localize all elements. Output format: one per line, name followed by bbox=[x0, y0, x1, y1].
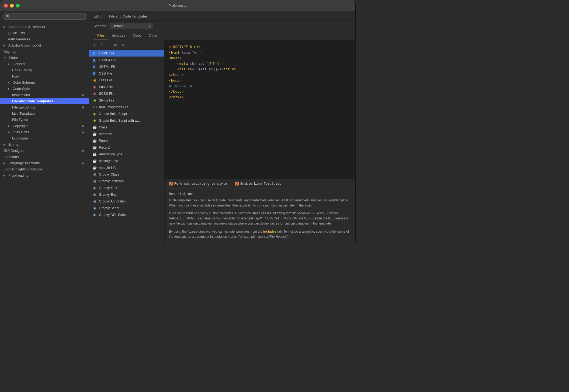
file-item-label: Groovy Interface bbox=[99, 179, 124, 183]
code-line: </html> bbox=[169, 95, 351, 100]
sidebar-item-code-style[interactable]: ▶Code Style bbox=[0, 86, 89, 92]
sidebar-item-inspections[interactable]: Inspections ▣ bbox=[0, 92, 89, 98]
file-item-record[interactable]: ☕ Record bbox=[89, 144, 164, 151]
description-body: In file templates, you can use text, cod… bbox=[169, 198, 351, 239]
file-item-label: Groovy Enum bbox=[99, 193, 119, 197]
file-item-label: XHTML File bbox=[99, 65, 117, 69]
sidebar-item-emmet[interactable]: ▶Emmet bbox=[0, 141, 89, 148]
file-item-css-file[interactable]: ◧ CSS File bbox=[89, 70, 164, 77]
file-item-package-info[interactable]: ☕ package-info bbox=[89, 158, 164, 164]
sidebar-item-code-editing[interactable]: Code Editing bbox=[0, 67, 89, 73]
file-item-groovy-annotation[interactable]: ◉ Groovy Annotation bbox=[89, 198, 164, 205]
sidebar-item-file-and-code-templates[interactable]: File and Code Templates bbox=[0, 98, 89, 104]
file-item-html-file[interactable]: ◧ HTML File bbox=[89, 50, 164, 57]
file-item-class[interactable]: ☕ Class bbox=[89, 124, 164, 131]
close-button[interactable] bbox=[4, 4, 8, 8]
minimize-button[interactable] bbox=[10, 4, 14, 8]
add-template-button[interactable]: + bbox=[92, 42, 97, 48]
file-item-interface[interactable]: ☕ Interface bbox=[89, 131, 164, 137]
sidebar-item-language-injections[interactable]: ▶Language Injections ▣ bbox=[0, 160, 89, 166]
tab-files[interactable]: Files bbox=[93, 31, 108, 40]
scheme-select[interactable]: Default Project bbox=[110, 23, 153, 29]
sidebar-item-gui-designer[interactable]: GUI Designer ▣ bbox=[0, 148, 89, 154]
sidebar-item-proofreading[interactable]: ▶Proofreading bbox=[0, 172, 89, 178]
search-input[interactable] bbox=[4, 13, 86, 20]
sidebar-item-file-encodings[interactable]: File Encodings ▣ bbox=[0, 104, 89, 110]
sidebar-item-duplicates[interactable]: Duplicates bbox=[0, 135, 89, 141]
record-icon: ☕ bbox=[92, 145, 97, 149]
sidebar-item-file-types[interactable]: File Types bbox=[0, 117, 89, 123]
sidebar-item-intentions[interactable]: Intentions bbox=[0, 154, 89, 160]
file-item-html4-file[interactable]: ◧ HTML4 File bbox=[89, 57, 164, 63]
file-item-groovy-enum[interactable]: ◉ Groovy Enum bbox=[89, 191, 164, 198]
file-item-label: Enum bbox=[99, 139, 108, 143]
sidebar-item-alibaba[interactable]: ▶Alibaba Cloud Toolkit bbox=[0, 42, 89, 48]
file-item-label: XML Properties File bbox=[99, 105, 128, 109]
file-item-groovy-dsl[interactable]: ◉ Groovy DSL Script bbox=[89, 211, 164, 218]
reformat-checkbox[interactable] bbox=[169, 182, 173, 186]
file-item-groovy-script[interactable]: ◉ Groovy Script bbox=[89, 205, 164, 211]
sidebar-item-copyright[interactable]: ▶Copyright ▣ bbox=[0, 123, 89, 129]
search-bar[interactable] bbox=[0, 11, 89, 22]
file-item-module-info[interactable]: ☕ module-info bbox=[89, 164, 164, 171]
live-templates-checkbox-label[interactable]: Enable Live Templates bbox=[235, 182, 281, 186]
scheme-label: Scheme: bbox=[93, 24, 107, 28]
sidebar-item-inlay-hints[interactable]: ▶Inlay Hints ▣ bbox=[0, 129, 89, 135]
tabs-row: Files Includes Code Other bbox=[89, 31, 355, 40]
sidebar-content: ▶Appearance & Behavior Quick Lists Path … bbox=[0, 22, 89, 245]
maximize-button[interactable] bbox=[16, 4, 20, 8]
add-child-button[interactable]: ⁺ bbox=[99, 42, 104, 48]
file-item-less-file[interactable]: ◉ Less File bbox=[89, 77, 164, 83]
file-item-annotation-type[interactable]: ☕ AnnotationType bbox=[89, 151, 164, 158]
sidebar-item-live-templates[interactable]: Live Templates bbox=[0, 110, 89, 117]
file-item-gradle-build-with[interactable]: ◉ Gradle Build Script with w... bbox=[89, 117, 164, 124]
file-item-groovy-trait[interactable]: ◉ Groovy Trait bbox=[89, 184, 164, 191]
less-file-icon: ◉ bbox=[92, 78, 97, 82]
xhtml-file-icon: ◧ bbox=[92, 65, 97, 69]
sidebar: ▶Appearance & Behavior Quick Lists Path … bbox=[0, 11, 89, 245]
code-line: </body> bbox=[169, 89, 351, 95]
file-item-sass-file[interactable]: ◉ Sass File bbox=[89, 83, 164, 90]
live-templates-checkbox[interactable] bbox=[235, 182, 239, 186]
live-templates-label: Enable Live Templates bbox=[240, 182, 281, 186]
file-item-scss-file[interactable]: ◉ SCSS File bbox=[89, 90, 164, 97]
description-panel: Description: In file templates, you can … bbox=[165, 188, 355, 245]
stylus-file-icon: ◉ bbox=[92, 98, 97, 102]
file-item-stylus-file[interactable]: ◉ Stylus File bbox=[89, 97, 164, 104]
description-title: Description: bbox=[169, 192, 351, 196]
tab-code[interactable]: Code bbox=[129, 31, 145, 40]
file-item-label: Groovy Annotation bbox=[99, 200, 127, 203]
sidebar-item-quick-lists[interactable]: Quick Lists bbox=[0, 30, 89, 36]
file-item-xml-properties[interactable]: </> XML Properties File bbox=[89, 104, 164, 110]
file-item-xhtml-file[interactable]: ◧ XHTML File bbox=[89, 63, 164, 70]
file-item-label: Less File bbox=[99, 78, 112, 82]
sidebar-item-general[interactable]: ▶General bbox=[0, 61, 89, 67]
copy-button[interactable]: ⧉ bbox=[112, 42, 118, 48]
code-line: #[[$END$]]# bbox=[169, 84, 351, 89]
file-item-groovy-interface[interactable]: ◉ Groovy Interface bbox=[89, 178, 164, 184]
sidebar-item-appearance-behavior[interactable]: ▶Appearance & Behavior bbox=[0, 24, 89, 30]
file-item-label: Groovy DSL Script bbox=[99, 213, 127, 217]
reformat-checkbox-label[interactable]: Reformat according to style bbox=[169, 182, 227, 186]
sidebar-item-path-variables[interactable]: Path Variables bbox=[0, 36, 89, 42]
sidebar-item-editor[interactable]: ▼Editor bbox=[0, 55, 89, 61]
groovy-class-icon: ◉ bbox=[92, 172, 97, 176]
sidebar-item-font[interactable]: Font bbox=[0, 73, 89, 79]
reset-button[interactable]: ↺ bbox=[120, 42, 126, 48]
remove-button[interactable]: − bbox=[105, 42, 111, 48]
tab-other[interactable]: Other bbox=[145, 31, 161, 40]
title-bar: Preferences bbox=[0, 0, 355, 11]
file-item-enum[interactable]: ☕ Enum bbox=[89, 137, 164, 144]
sidebar-item-color-scheme[interactable]: ▶Color Scheme bbox=[0, 79, 89, 86]
sidebar-item-log-highlighting[interactable]: Log Highlighting (Ideolog) bbox=[0, 166, 89, 172]
includes-link[interactable]: Includes bbox=[263, 230, 276, 233]
file-item-gradle-build[interactable]: ◉ Gradle Build Script bbox=[89, 110, 164, 117]
interface-icon: ☕ bbox=[92, 132, 97, 136]
file-item-groovy-class[interactable]: ◉ Groovy Class bbox=[89, 171, 164, 178]
scheme-select-wrapper[interactable]: Default Project ▼ bbox=[110, 23, 153, 29]
annotation-icon: ☕ bbox=[92, 152, 97, 156]
code-editor[interactable]: <!DOCTYPE html> <html lang="en"> <head> … bbox=[165, 40, 355, 179]
tab-includes[interactable]: Includes bbox=[108, 31, 129, 40]
file-item-label: Record bbox=[99, 146, 110, 149]
sidebar-item-keymap[interactable]: Keymap bbox=[0, 48, 89, 55]
